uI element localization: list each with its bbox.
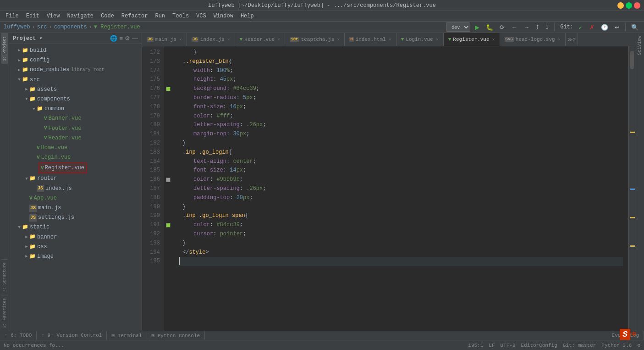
tree-item-router[interactable]: ▼ 📁 router (9, 174, 142, 183)
breadcrumb-src[interactable]: src (37, 24, 47, 30)
close-button[interactable] (634, 2, 640, 9)
panel-close[interactable]: — (132, 35, 138, 42)
status-python[interactable]: Python 3.6 (601, 343, 632, 348)
reload-button[interactable]: ⟳ (498, 23, 506, 32)
tree-item-common[interactable]: ▼ 📁 common (9, 104, 142, 114)
sciview-label[interactable]: SciView (636, 33, 644, 58)
tree-item-config[interactable]: ▶ 📁 config (9, 56, 142, 65)
tree-item-static[interactable]: ▼ 📁 static (9, 222, 142, 232)
minimize-button[interactable] (617, 2, 624, 9)
code-line-177: border-radius: 5px; (179, 94, 623, 103)
status-lf[interactable]: LF (489, 343, 495, 348)
vtab-favorites[interactable]: 2: Favorites (1, 295, 8, 331)
tree-item-header[interactable]: V Header.vue (9, 133, 142, 143)
panel-config[interactable]: ⚙ (125, 35, 130, 42)
btab-python[interactable]: ⊞ Python Console (147, 331, 205, 340)
menu-vcs[interactable]: VCS (193, 12, 210, 20)
tree-item-footer[interactable]: V Footer.vue (9, 124, 142, 133)
dev-selector[interactable]: dev (446, 22, 470, 32)
tree-item-components[interactable]: ▼ 📁 components (9, 94, 142, 104)
debug-button[interactable]: 🐛 (484, 23, 495, 32)
status-settings-icon[interactable]: ⚙ (637, 342, 640, 348)
menu-navigate[interactable]: Navigate (63, 12, 97, 20)
tree-item-src[interactable]: ▼ 📁 src (9, 75, 142, 85)
tree-item-register[interactable]: V Register.vue (9, 162, 142, 174)
tree-label-main-js: main.js (38, 204, 61, 212)
code-line-186: color: #9b9b9b; (179, 175, 623, 184)
git-check[interactable]: ✓ (576, 23, 585, 32)
tab-register-vue[interactable]: ▼ Register.vue ✕ (444, 33, 500, 46)
tree-item-home[interactable]: V Home.vue (9, 143, 142, 153)
tree-item-main-js[interactable]: JS main.js (9, 203, 142, 213)
run-button[interactable]: ▶ (473, 23, 481, 32)
menu-edit[interactable]: Edit (22, 12, 43, 20)
panel-settings[interactable]: ≡ (119, 35, 123, 42)
menu-bar: File Edit View Navigate Code Refactor Ru… (0, 11, 644, 22)
code-line-180: letter-spacing: .26px; (179, 121, 623, 130)
tab-login-vue[interactable]: ▼ Login.vue ✕ (396, 33, 444, 46)
menu-tools[interactable]: Tools (169, 12, 193, 20)
tab-tcaptcha[interactable]: 10t tcaptcha.js ✕ (285, 33, 345, 46)
tree-item-login[interactable]: V Login.vue (9, 153, 142, 162)
tree-label-build: build (30, 46, 46, 55)
tree-item-settings-js[interactable]: JS settings.js (9, 213, 142, 222)
status-git[interactable]: Git: master (563, 343, 596, 348)
menu-window[interactable]: Window (210, 12, 237, 20)
menu-view[interactable]: View (43, 12, 64, 20)
git-clock[interactable]: 🕐 (599, 23, 610, 32)
nav-button2[interactable]: ⤵ (544, 23, 550, 32)
search-button[interactable]: 🔍 (629, 23, 640, 32)
tree-item-static-css[interactable]: ▶ 📁 css (9, 242, 142, 252)
code-line-183: .inp .go_login{ (179, 148, 623, 157)
tree-item-app[interactable]: V App.vue (9, 194, 142, 203)
git-x[interactable]: ✗ (588, 23, 596, 32)
window-controls (617, 2, 640, 9)
tab-index-js[interactable]: JS index.js ✕ (187, 33, 235, 46)
code-content[interactable]: } ..register_btn{ width: 100%; height: 4… (173, 46, 628, 331)
menu-help[interactable]: Help (237, 12, 258, 20)
gutter (164, 46, 173, 331)
color-gutter-191[interactable] (166, 223, 171, 228)
git-undo[interactable]: ↩ (613, 23, 622, 32)
panel-globe[interactable]: 🌐 (110, 35, 117, 42)
tab-overflow[interactable]: ≫2 (566, 33, 578, 46)
menu-code[interactable]: Code (97, 12, 118, 20)
vtab-project[interactable]: 1: Project (1, 33, 8, 64)
menu-file[interactable]: File (2, 12, 22, 20)
color-gutter-176[interactable] (166, 87, 171, 91)
back-button[interactable]: ← (509, 23, 519, 32)
tree-item-assets[interactable]: ▶ 📁 assets (9, 85, 142, 94)
menu-run[interactable]: Run (151, 12, 169, 20)
btab-vcs[interactable]: ↑ 9: Version Control (37, 331, 107, 340)
code-line-174: width: 100%; (179, 67, 623, 76)
color-gutter-186[interactable] (166, 178, 171, 182)
menu-refactor[interactable]: Refactor (118, 12, 152, 20)
panel-header: Project ▾ 🌐 ≡ ⚙ — (9, 33, 142, 44)
status-encoding[interactable]: UTF-8 (501, 343, 516, 348)
scrollbar-thumb[interactable] (630, 51, 634, 69)
nav-button[interactable]: ⤴ (534, 23, 541, 32)
tree-label-common: common (44, 105, 64, 113)
tree-label-static-image: image (37, 252, 54, 261)
btab-terminal[interactable]: ⊟ Terminal (107, 331, 147, 340)
tab-head-logo[interactable]: SVG head-logo.svg ✕ (500, 33, 566, 46)
tree-item-static-image[interactable]: ▶ 📁 image (9, 252, 142, 261)
tree-item-node-modules[interactable]: ▶ 📁 node_modules library root (9, 65, 142, 75)
tree-item-router-index[interactable]: JS index.js (9, 184, 142, 194)
tab-header-vue[interactable]: ▼ Header.vue ✕ (235, 33, 286, 46)
forward-button[interactable]: → (522, 23, 531, 32)
tree-label-router: router (37, 174, 57, 183)
tree-item-banner[interactable]: V Banner.vue (9, 114, 142, 123)
tree-item-build[interactable]: ▶ 📁 build (9, 46, 142, 56)
tree-label-header: Header.vue (49, 134, 82, 143)
btab-todo[interactable]: ≡ 6: TODO (0, 331, 37, 340)
tab-index-html[interactable]: H index.html ✕ (345, 33, 396, 46)
tab-main-js[interactable]: JS main.js ✕ (142, 33, 187, 46)
editor-scrollbar[interactable] (628, 46, 635, 331)
breadcrumb-components[interactable]: components (54, 24, 87, 30)
status-editorconfig[interactable]: EditorConfig (521, 343, 557, 348)
maximize-button[interactable] (626, 2, 632, 9)
vtab-structure[interactable]: 7: Structure (1, 259, 8, 295)
tree-item-static-banner[interactable]: ▶ 📁 banner (9, 233, 142, 242)
breadcrumb-root[interactable]: luffyweb (4, 24, 30, 30)
